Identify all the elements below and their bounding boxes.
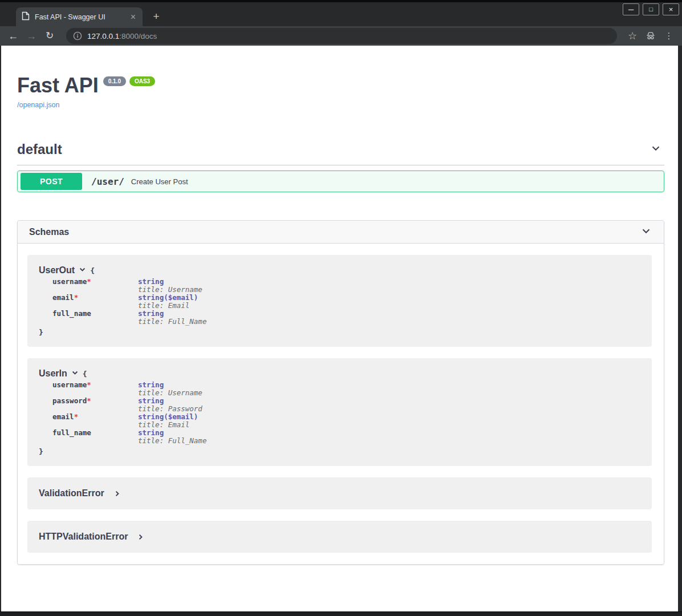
schema-property-row: email* string($email) title: Email xyxy=(52,413,206,429)
schema-model-httpvalidationerror[interactable]: HTTPValidationError xyxy=(27,521,652,553)
url-text: 127.0.0.1:8000/docs xyxy=(87,32,157,40)
property-title: title: Username xyxy=(138,286,206,294)
required-star: * xyxy=(87,277,91,286)
browser-tab[interactable]: Fast API - Swagger UI × xyxy=(16,7,143,26)
property-title: title: Email xyxy=(138,421,206,429)
tag-name: default xyxy=(17,141,62,157)
tag-section-default[interactable]: default xyxy=(17,141,664,165)
required-star: * xyxy=(74,412,79,421)
schema-property-row: username* string title: Username xyxy=(52,278,206,294)
url-path: :8000/docs xyxy=(119,32,157,40)
chevron-right-icon[interactable] xyxy=(137,533,144,541)
browser-titlebar: Fast API - Swagger UI × + ─ □ × xyxy=(0,2,682,26)
property-name: full_name xyxy=(52,309,91,318)
schema-property-row: email* string($email) title: Email xyxy=(52,294,206,310)
property-type: string xyxy=(138,396,164,405)
window-maximize-button[interactable]: □ xyxy=(643,3,659,15)
property-title: title: Email xyxy=(138,302,206,310)
property-type: string xyxy=(138,309,164,318)
property-title: title: Full_Name xyxy=(138,318,206,326)
post-method-badge: POST xyxy=(21,173,82,190)
swagger-page: Fast API0.1.0OAS3 /openapi.json default … xyxy=(1,46,678,611)
schema-model-userin: UserIn { username* strin xyxy=(27,358,652,466)
chevron-down-icon[interactable] xyxy=(79,265,86,275)
schema-property-row: full_name string title: Full_Name xyxy=(52,429,206,445)
api-info: Fast API0.1.0OAS3 /openapi.json xyxy=(17,75,664,110)
chevron-down-icon[interactable] xyxy=(71,368,79,379)
new-tab-button[interactable]: + xyxy=(148,9,164,25)
property-title: title: Full_Name xyxy=(138,437,206,445)
schema-model-userout: UserOut { username* stri xyxy=(27,255,652,347)
url-host: 127.0.0.1 xyxy=(87,32,119,40)
model-title[interactable]: ValidationError xyxy=(39,488,104,499)
operation-path: /user/ xyxy=(91,176,124,187)
tab-close-icon[interactable]: × xyxy=(129,13,137,22)
required-star: * xyxy=(74,293,79,302)
property-name: email xyxy=(52,412,74,421)
version-badge: 0.1.0 xyxy=(103,76,126,86)
required-star: * xyxy=(87,396,91,405)
window-minimize-button[interactable]: ─ xyxy=(623,3,639,15)
required-star: * xyxy=(87,380,91,389)
schemas-body: UserOut { username* stri xyxy=(18,244,664,564)
chevron-down-icon[interactable] xyxy=(640,225,652,240)
open-brace: { xyxy=(83,370,87,378)
chevron-right-icon[interactable] xyxy=(113,490,121,497)
browser-toolbar: ← → ↻ 127.0.0.1:8000/docs ☆ ⋮ xyxy=(0,26,682,46)
property-type: string xyxy=(138,412,164,421)
property-type: string xyxy=(138,428,164,437)
site-info-icon[interactable] xyxy=(73,31,82,40)
property-title: title: Username xyxy=(138,389,206,397)
page-favicon-icon xyxy=(22,11,30,23)
url-bar[interactable]: 127.0.0.1:8000/docs xyxy=(66,28,617,44)
property-type: string xyxy=(138,380,164,389)
chevron-down-icon[interactable] xyxy=(649,142,662,157)
schema-model-validationerror[interactable]: ValidationError xyxy=(27,477,652,509)
tab-title: Fast API - Swagger UI xyxy=(35,13,124,21)
bookmark-star-icon[interactable]: ☆ xyxy=(624,27,641,44)
close-brace: } xyxy=(39,447,640,456)
property-name: email xyxy=(52,293,74,302)
page-title: Fast API0.1.0OAS3 xyxy=(17,75,664,96)
operation-summary: Create User Post xyxy=(131,177,188,186)
property-name: password xyxy=(52,396,87,405)
schemas-section: Schemas UserOut { xyxy=(17,220,664,565)
back-button[interactable]: ← xyxy=(5,27,22,44)
menu-icon[interactable]: ⋮ xyxy=(660,27,677,44)
openapi-spec-link[interactable]: /openapi.json xyxy=(17,101,59,109)
property-type: string xyxy=(138,277,164,286)
schema-property-row: password* string title: Password xyxy=(52,397,206,413)
incognito-icon xyxy=(642,30,659,42)
window-close-button[interactable]: × xyxy=(663,3,679,15)
oas3-badge: OAS3 xyxy=(129,76,155,86)
property-name: username xyxy=(52,380,87,389)
window-controls: ─ □ × xyxy=(623,3,679,15)
schema-property-row: full_name string title: Full_Name xyxy=(52,310,206,326)
model-title[interactable]: UserIn xyxy=(39,368,67,379)
property-name: username xyxy=(52,277,87,286)
property-name: full_name xyxy=(52,428,91,437)
property-format: ($email) xyxy=(164,412,198,421)
property-format: ($email) xyxy=(164,293,198,302)
property-type: string xyxy=(138,293,164,302)
operation-post-user[interactable]: POST /user/ Create User Post xyxy=(17,171,664,192)
reload-button[interactable]: ↻ xyxy=(41,27,58,44)
model-title[interactable]: HTTPValidationError xyxy=(39,532,128,542)
open-brace: { xyxy=(90,266,95,275)
window-frame-bottom xyxy=(0,611,682,616)
close-brace: } xyxy=(39,328,640,337)
model-title[interactable]: UserOut xyxy=(39,265,75,275)
schema-property-row: username* string title: Username xyxy=(52,381,206,397)
schemas-header[interactable]: Schemas xyxy=(18,221,664,244)
browser-window: Fast API - Swagger UI × + ─ □ × ← → ↻ 12… xyxy=(0,0,682,616)
forward-button[interactable]: → xyxy=(23,27,40,44)
property-title: title: Password xyxy=(138,405,206,413)
schemas-title: Schemas xyxy=(29,227,69,237)
